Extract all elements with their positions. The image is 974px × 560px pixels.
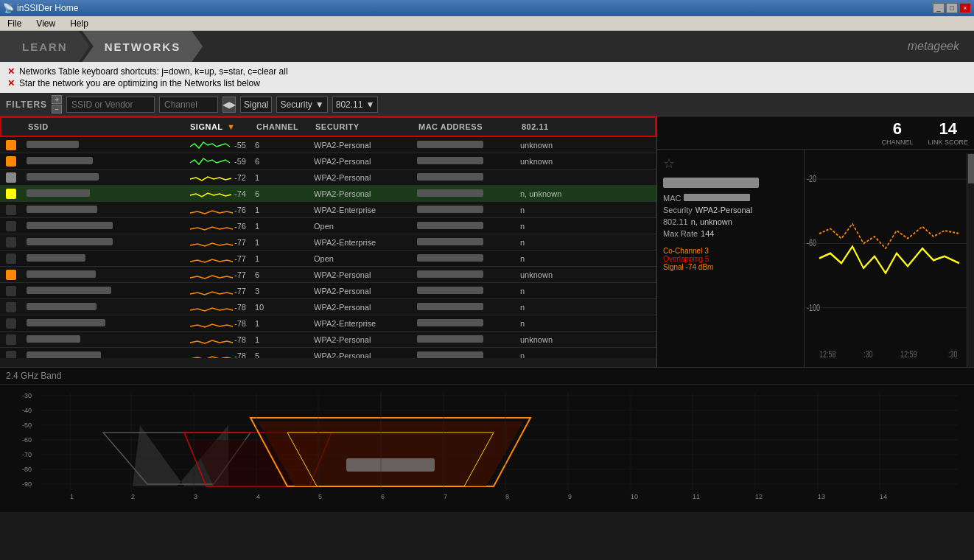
cell-dot11: n, unknown <box>516 189 567 198</box>
table-row[interactable]: -59 6 WPA2-Personal unknown <box>0 153 656 169</box>
cell-channel: 1 <box>250 222 309 231</box>
ssid-filter-input[interactable] <box>66 97 155 113</box>
table-row[interactable]: -78 5 WPA2-Personal n <box>0 348 656 358</box>
star-button[interactable]: ☆ <box>663 155 798 172</box>
info-text-1: Networks Table keyboard shortcuts: j=dow… <box>19 66 288 77</box>
dot11-value: n, unknown <box>691 217 732 226</box>
titlebar-controls[interactable]: _ □ × <box>933 3 971 13</box>
cell-channel: 1 <box>250 206 309 214</box>
cell-security: WPA2-Enterprise <box>309 238 413 247</box>
wf-y-50: -50 <box>22 421 32 429</box>
cell-security: WPA2-Personal <box>309 189 413 198</box>
table-row[interactable]: -78 1 WPA2-Personal unknown <box>0 332 656 348</box>
filter-remove-button[interactable]: − <box>52 105 62 113</box>
col-header-signal[interactable]: SIGNAL ▼ <box>186 122 252 131</box>
wf-trap-orange-fill <box>258 421 523 486</box>
cell-security: WPA2-Personal <box>309 141 413 150</box>
table-row[interactable]: -77 1 WPA2-Enterprise n <box>0 234 656 251</box>
cell-color <box>0 253 22 264</box>
table-row[interactable]: -77 6 WPA2-Personal unknown <box>0 267 656 283</box>
wf-y-70: -70 <box>22 451 32 458</box>
chart-svg: -20 -60 -100 12:58 :30 12:59 :30 <box>805 150 974 367</box>
col-header-ssid[interactable]: SSID <box>24 122 186 131</box>
cell-channel: 1 <box>250 319 309 328</box>
cell-color <box>0 318 22 329</box>
cell-signal: -78 <box>184 301 250 313</box>
cell-mac <box>413 303 516 312</box>
cell-color <box>0 302 22 312</box>
mac-value-bar <box>684 194 750 201</box>
cell-signal: -76 <box>184 220 250 232</box>
table-row[interactable]: -74 6 WPA2-Personal n, unknown <box>0 186 656 202</box>
info-close-2[interactable]: ✕ <box>7 78 15 88</box>
cell-security: WPA2-Personal <box>309 303 413 312</box>
cell-color <box>0 237 22 248</box>
col-header-security[interactable]: SECURITY <box>311 122 414 131</box>
signal-chart: -20 -60 -100 12:58 :30 12:59 :30 <box>805 150 974 367</box>
table-row[interactable]: -77 1 Open n <box>0 251 656 267</box>
channel-filter-arrow[interactable]: ◀▶ <box>223 97 236 113</box>
table-row[interactable]: -76 1 WPA2-Enterprise n <box>0 202 656 218</box>
tab-learn[interactable]: LEARN <box>0 31 90 62</box>
table-row[interactable]: -55 6 WPA2-Personal unknown <box>0 137 656 153</box>
cell-color <box>0 270 22 280</box>
table-row[interactable]: -78 10 WPA2-Personal n <box>0 299 656 315</box>
menu-file[interactable]: File <box>3 17 26 30</box>
cell-security: WPA2-Personal <box>309 157 413 166</box>
close-button[interactable]: × <box>959 3 971 13</box>
cell-signal: -77 <box>184 253 250 265</box>
security-filter-label: Security <box>280 99 312 110</box>
overlapping-row: Overlapping 5 <box>663 255 798 263</box>
table-row[interactable]: -77 3 WPA2-Personal n <box>0 283 656 299</box>
table-row[interactable]: -78 1 WPA2-Enterprise n <box>0 315 656 332</box>
menu-help[interactable]: Help <box>66 17 93 30</box>
filter-add-button[interactable]: + <box>52 95 62 104</box>
wf-ch-13: 13 <box>818 493 825 500</box>
wf-ch-11: 11 <box>693 493 700 500</box>
table-row[interactable]: -76 1 Open n <box>0 218 656 234</box>
dot11-label: 802.11 <box>663 217 688 226</box>
table-row[interactable]: -72 1 WPA2-Personal <box>0 169 656 186</box>
cell-color <box>0 335 22 345</box>
table-body[interactable]: -55 6 WPA2-Personal unknown -59 6 WPA2-P… <box>0 137 656 358</box>
dot11-filter-dropdown[interactable]: 802.11 ▼ <box>332 97 379 113</box>
wf-ch-2: 2 <box>131 493 135 500</box>
cell-color <box>0 156 22 167</box>
wf-ch-10: 10 <box>631 493 638 500</box>
cell-mac <box>413 351 516 359</box>
cell-ssid <box>22 157 184 166</box>
signal-filter-dropdown[interactable]: Signal <box>240 97 272 113</box>
minimize-button[interactable]: _ <box>933 3 945 13</box>
networks-panel: SSID SIGNAL ▼ CHANNEL SECURITY MAC ADDRE… <box>0 116 657 367</box>
main-content: SSID SIGNAL ▼ CHANNEL SECURITY MAC ADDRE… <box>0 116 974 367</box>
col-header-mac[interactable]: MAC ADDRESS <box>414 122 517 131</box>
cell-channel: 5 <box>250 351 309 359</box>
maximize-button[interactable]: □ <box>946 3 958 13</box>
filter-add-remove[interactable]: + − <box>52 95 62 113</box>
channel-score-label: Channel <box>881 139 913 146</box>
dot11-filter-label: 802.11 <box>336 99 363 110</box>
cell-ssid <box>22 287 184 295</box>
cell-security: WPA2-Enterprise <box>309 319 413 328</box>
info-line-2: ✕ Star the network you are optimizing in… <box>7 78 967 88</box>
menu-view[interactable]: View <box>32 17 60 30</box>
cell-signal: -78 <box>184 350 250 359</box>
info-close-1[interactable]: ✕ <box>7 66 15 77</box>
col-header-dot11[interactable]: 802.11 <box>517 122 569 131</box>
security-filter-dropdown[interactable]: Security ▼ <box>276 97 327 113</box>
cell-color <box>0 351 22 359</box>
network-details: ☆ MAC Security WPA2-Personal 802.11 n, u… <box>657 150 805 367</box>
tab-networks[interactable]: NETWORKS <box>83 31 203 62</box>
cell-channel: 6 <box>250 157 309 166</box>
overlapping-label: Overlapping <box>663 255 703 263</box>
scrollbar-thumb[interactable] <box>968 154 974 183</box>
cell-security: WPA2-Personal <box>309 287 413 295</box>
cell-signal: -78 <box>184 318 250 329</box>
maxrate-label: Max Rate <box>663 229 698 238</box>
cell-channel: 6 <box>250 141 309 150</box>
signal-label: Signal <box>663 263 684 271</box>
channel-filter-input[interactable] <box>159 97 218 113</box>
cell-ssid <box>22 222 184 231</box>
scrollbar-track[interactable] <box>967 153 974 367</box>
col-header-channel[interactable]: CHANNEL <box>252 122 311 131</box>
